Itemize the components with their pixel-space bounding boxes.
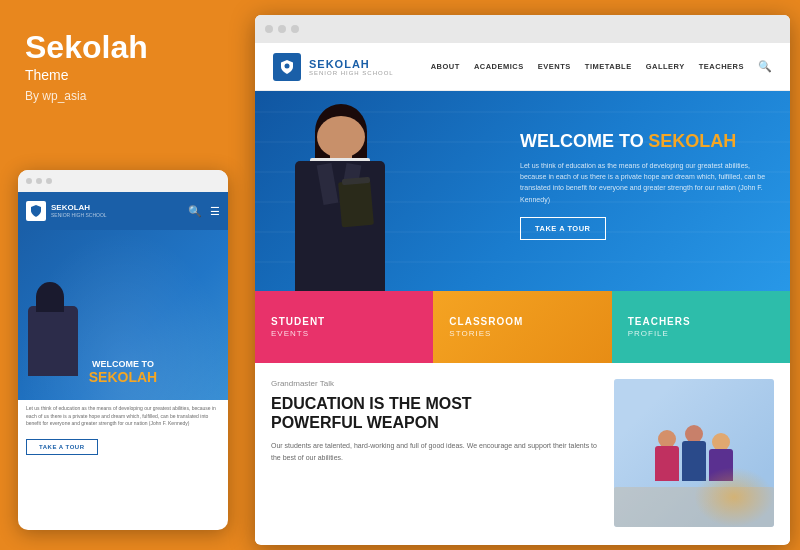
nav-academics[interactable]: ACADEMICS [474, 62, 524, 71]
classroom-stories-card[interactable]: CLASSROOM STORIES [433, 291, 611, 363]
browser-bar [255, 15, 790, 43]
nav-gallery[interactable]: GALLERY [646, 62, 685, 71]
mobile-menu-icon[interactable]: ☰ [210, 205, 220, 218]
image-glow [694, 467, 774, 527]
students-photo [614, 379, 774, 527]
mobile-logo-area: SEKOLAH SENIOR HIGH SCHOOL [26, 201, 107, 221]
card-2-subtitle: STORIES [449, 329, 595, 338]
browser-dot-3 [291, 25, 299, 33]
mobile-preview: SEKOLAH SENIOR HIGH SCHOOL 🔍 ☰ WELCOME T… [18, 170, 228, 530]
mobile-logo-text: SEKOLAH SENIOR HIGH SCHOOL [51, 204, 107, 219]
cards-row: STUDENT EVENTS CLASSROOM STORIES TEACHER… [255, 291, 790, 363]
card-1-subtitle: EVENTS [271, 329, 417, 338]
mobile-hero: WELCOME TO SEKOLAH [18, 230, 228, 400]
hero-welcome: WELCOME TO [520, 131, 644, 151]
mobile-take-tour-button[interactable]: TAKE A TOUR [26, 439, 98, 455]
author-label: By wp_asia [25, 89, 225, 103]
mobile-desc: Let us think of education as the means o… [26, 405, 220, 428]
student-1 [655, 430, 679, 481]
mobile-sekolah: SEKOLAH [89, 369, 157, 385]
desktop-nav: SEKOLAH SENIOR HIGH SCHOOL ABOUT ACADEMI… [255, 43, 790, 91]
dot-2 [36, 178, 42, 184]
card-2-title: CLASSROOM [449, 316, 595, 327]
content-section: Grandmaster Talk EDUCATION IS THE MOST P… [255, 363, 790, 543]
desktop-logo: SEKOLAH SENIOR HIGH SCHOOL [273, 53, 394, 81]
desktop-logo-text: SEKOLAH SENIOR HIGH SCHOOL [309, 58, 394, 76]
mobile-welcome: WELCOME TO [89, 359, 157, 369]
mobile-bottom: Let us think of education as the means o… [18, 400, 228, 460]
desktop-preview: SEKOLAH SENIOR HIGH SCHOOL ABOUT ACADEMI… [255, 15, 790, 545]
desktop-hero-content: WELCOME TO SEKOLAH Let us think of educa… [520, 131, 770, 240]
card-3-subtitle: PROFILE [628, 329, 774, 338]
mobile-shield-icon [26, 201, 46, 221]
student-events-card[interactable]: STUDENT EVENTS [255, 291, 433, 363]
card-1-title: STUDENT [271, 316, 417, 327]
desktop-search-icon[interactable]: 🔍 [758, 60, 772, 73]
theme-subtitle: Theme [25, 67, 225, 83]
desktop-nav-menu: ABOUT ACADEMICS EVENTS TIMETABLE GALLERY… [431, 60, 772, 73]
teachers-profile-card[interactable]: TEACHERS PROFILE [612, 291, 790, 363]
content-tag: Grandmaster Talk [271, 379, 598, 388]
browser-dot-1 [265, 25, 273, 33]
mobile-hero-text: WELCOME TO SEKOLAH [89, 359, 157, 385]
dot-1 [26, 178, 32, 184]
nav-teachers[interactable]: TEACHERS [699, 62, 744, 71]
dot-3 [46, 178, 52, 184]
mobile-nav-icons: 🔍 ☰ [188, 205, 220, 218]
hero-sekolah: SEKOLAH [648, 131, 736, 151]
card-3-title: TEACHERS [628, 316, 774, 327]
content-heading: EDUCATION IS THE MOST POWERFUL WEAPON [271, 394, 598, 432]
desktop-hero: WELCOME TO SEKOLAH Let us think of educa… [255, 91, 790, 291]
svg-point-0 [285, 63, 290, 68]
left-panel: Sekolah Theme By wp_asia SEKOLAH SENIOR … [0, 0, 250, 550]
content-body: Our students are talented, hard-working … [271, 440, 598, 462]
theme-title: Sekolah [25, 30, 225, 65]
mobile-search-icon[interactable]: 🔍 [188, 205, 202, 218]
hero-cta-button[interactable]: TAKE A TOUR [520, 217, 606, 240]
browser-dot-2 [278, 25, 286, 33]
content-left: Grandmaster Talk EDUCATION IS THE MOST P… [271, 379, 598, 527]
nav-events[interactable]: EVENTS [538, 62, 571, 71]
desktop-shield-icon [273, 53, 301, 81]
hero-desc: Let us think of education as the means o… [520, 160, 770, 205]
nav-about[interactable]: ABOUT [431, 62, 460, 71]
mobile-browser-bar [18, 170, 228, 192]
nav-timetable[interactable]: TIMETABLE [585, 62, 632, 71]
content-image [614, 379, 774, 527]
mobile-nav: SEKOLAH SENIOR HIGH SCHOOL 🔍 ☰ [18, 192, 228, 230]
